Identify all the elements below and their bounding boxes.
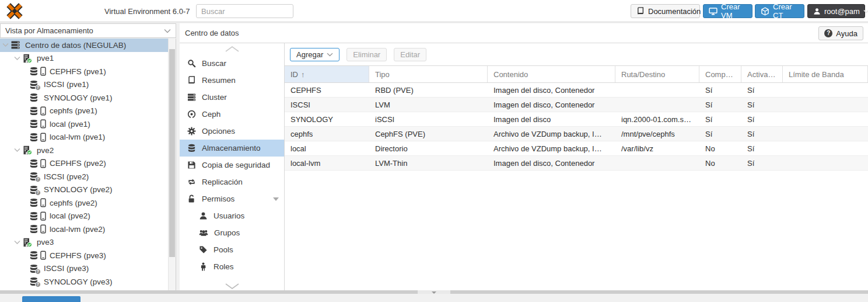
item-type-icon	[29, 133, 40, 142]
storage-panel-icon	[40, 119, 46, 129]
table-row[interactable]: ISCSI LVM Imagen del disco, Contenedor S…	[285, 98, 868, 112]
tree-item[interactable]: pve2	[0, 144, 176, 157]
menu-item[interactable]: Usuarios	[180, 207, 284, 224]
tree-item[interactable]: cephfs (pve2)	[0, 196, 176, 210]
storage-icon	[29, 211, 38, 221]
monitor-icon	[709, 7, 718, 16]
tree-item[interactable]: ? SYNOLOGY (pve3)	[0, 275, 176, 289]
menu-item[interactable]: Roles	[180, 258, 284, 275]
chevron-down-icon	[327, 53, 333, 57]
tree-item[interactable]: cephfs (pve1)	[0, 105, 176, 118]
tree-scrollbar[interactable]	[168, 39, 176, 290]
cell-id: local	[285, 144, 369, 153]
tree-scrollbar-thumb[interactable]	[169, 49, 175, 257]
tree-item-label: local-lvm (pve1)	[50, 133, 105, 141]
menu-item-label: Roles	[214, 262, 234, 271]
item-type-icon	[29, 119, 40, 129]
menu-item[interactable]: Opciones	[180, 123, 284, 140]
status-unknown-badge: ?	[35, 269, 41, 275]
tree-item[interactable]: local-lvm (pve2)	[0, 223, 176, 236]
search-input[interactable]	[196, 4, 293, 18]
tree-item[interactable]: ? ISCSI (pve3)	[0, 262, 176, 276]
storage-icon	[29, 224, 38, 234]
menu-item[interactable]: Copia de seguridad	[180, 157, 284, 173]
section-menu: Buscar Resumen	[180, 43, 285, 293]
menu-item[interactable]: Ceph	[180, 106, 284, 123]
tree-item-label: CEPHFS (pve3)	[50, 251, 106, 260]
table-row[interactable]: local Directorio Archivo de VZDump backu…	[285, 141, 868, 156]
menu-item[interactable]: Permisos	[180, 190, 284, 207]
menu-item[interactable]: Resumen	[180, 72, 284, 89]
tree-item[interactable]: local-lvm (pve1)	[0, 131, 176, 144]
menu-item[interactable]: Replicación	[180, 173, 284, 190]
tree-item-label: pve3	[37, 238, 54, 247]
tree-item[interactable]: local (pve2)	[0, 210, 176, 223]
tree-item[interactable]: ? SYNOLOGY (pve2)	[0, 183, 176, 197]
tree-item[interactable]: ? ISCSI (pve2)	[0, 170, 176, 183]
expander-icon[interactable]	[14, 240, 20, 245]
tree-item[interactable]: pve3	[0, 236, 176, 249]
create-vm-button[interactable]: Crear VM	[703, 4, 752, 18]
remove-button[interactable]: Eliminar	[346, 48, 387, 61]
create-ct-button[interactable]: Crear CT	[755, 4, 804, 18]
storage-icon	[29, 251, 38, 260]
item-type-icon	[22, 145, 33, 155]
table-row[interactable]: CEPHFS RBD (PVE) Imagen del disco, Conte…	[285, 83, 868, 98]
edit-button[interactable]: Editar	[394, 48, 426, 61]
expander-icon[interactable]	[14, 56, 20, 61]
floppy-icon	[187, 161, 196, 169]
expander-icon[interactable]	[2, 43, 9, 47]
user-menu-button[interactable]: root@pam	[807, 4, 865, 18]
cell-enabled: Sí	[741, 115, 783, 124]
sort-arrow-icon: ↑	[301, 70, 305, 79]
proxmox-logo-icon	[6, 2, 23, 20]
tree-item[interactable]: SYNOLOGY (pve1)	[0, 91, 176, 105]
documentation-button[interactable]: Documentación	[631, 4, 700, 18]
item-type-icon	[29, 198, 40, 207]
column-header[interactable]: Comp…	[699, 66, 741, 82]
menu-item[interactable]: Pools	[180, 241, 284, 258]
storage-panel-icon	[40, 106, 46, 116]
cell-id: SYNOLOGY	[285, 115, 369, 124]
tree-item[interactable]: Centro de datos (NEGULAB)	[0, 39, 176, 52]
help-button[interactable]: ? Ayuda	[818, 26, 863, 40]
tree-item[interactable]: CEPHFS (pve1)	[0, 65, 176, 78]
tree-item-label: ISCSI (pve3)	[44, 264, 89, 273]
tree-item-label: ISCSI (pve2)	[44, 172, 89, 181]
menu-item[interactable]: Grupos	[180, 224, 284, 241]
column-header[interactable]: Activa…	[741, 66, 783, 82]
page-title: Centro de datos	[185, 29, 239, 37]
column-header[interactable]: Tipo	[369, 66, 488, 82]
column-header[interactable]: Contenido	[488, 66, 615, 82]
table-row[interactable]: local-lvm LVM-Thin Imagen del disco, Con…	[285, 156, 868, 171]
tree-item[interactable]: CEPHFS (pve2)	[0, 157, 176, 171]
menu-item[interactable]: Buscar	[180, 55, 284, 72]
column-header[interactable]: ID ↑	[285, 66, 369, 82]
tree-item[interactable]: local (pve1)	[0, 117, 176, 131]
item-type-icon	[29, 159, 40, 168]
tree-item[interactable]: CEPHFS (pve3)	[0, 249, 176, 262]
add-button[interactable]: Agregar	[290, 48, 340, 61]
item-type-icon: ?	[29, 172, 40, 181]
tree-item[interactable]: ? ISCSI (pve1)	[0, 78, 176, 92]
bottom-panel-tab[interactable]	[22, 296, 80, 302]
item-type-icon: ?	[29, 185, 40, 195]
cell-type: LVM-Thin	[369, 159, 488, 168]
menu-item[interactable]: Almacenamiento	[180, 140, 284, 157]
search-icon	[187, 59, 196, 68]
tree-item[interactable]: pve1	[0, 52, 176, 65]
person-icon	[199, 262, 208, 271]
table-row[interactable]: cephfs CephFS (PVE) Archivo de VZDump ba…	[285, 127, 868, 141]
expander-icon[interactable]	[14, 148, 20, 152]
column-header[interactable]: Límite de Banda	[783, 66, 868, 82]
cell-enabled: Sí	[741, 86, 783, 95]
column-header[interactable]: Ruta/Destino	[615, 66, 699, 82]
tree-item-label: CEPHFS (pve1)	[50, 67, 106, 76]
storage-icon	[29, 133, 38, 142]
users-icon	[199, 228, 208, 237]
collapse-caret-icon[interactable]	[273, 197, 279, 201]
table-row[interactable]: SYNOLOGY iSCSI Imagen del disco iqn.2000…	[285, 112, 868, 127]
view-mode-select[interactable]: Vista por Almacenamiento	[0, 23, 176, 38]
menu-item[interactable]: Cluster	[180, 89, 284, 106]
cell-path: iqn.2000-01.com.s…	[615, 115, 699, 124]
